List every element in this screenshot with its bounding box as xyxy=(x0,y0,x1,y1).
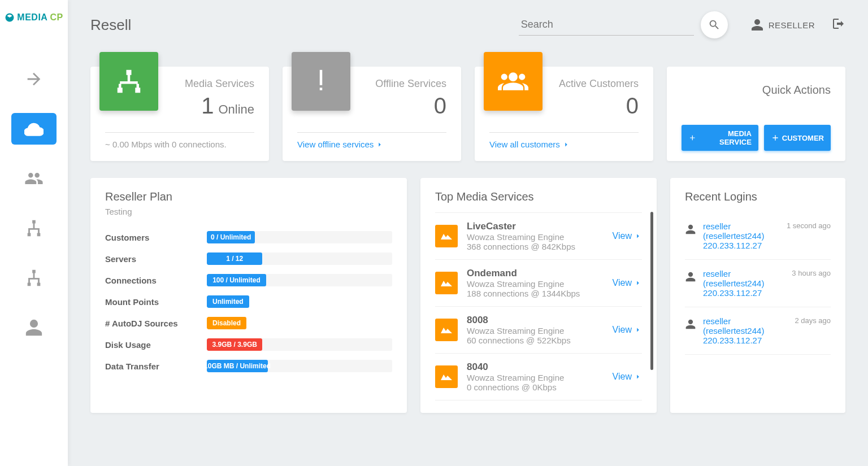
chevron-right-icon xyxy=(562,141,570,149)
wowza-icon xyxy=(435,319,458,341)
logo[interactable]: MEDIACP xyxy=(0,0,69,35)
logo-icon xyxy=(5,12,15,23)
panel-title: Recent Logins xyxy=(685,190,831,203)
view-customers-link[interactable]: View all customers xyxy=(489,140,639,149)
service-engine: Wowza Streaming Engine xyxy=(467,232,604,242)
view-service-link[interactable]: View xyxy=(613,278,642,288)
service-stats: 0 connections @ 0Kbps xyxy=(467,382,604,392)
panel-subtitle: Testing xyxy=(105,207,392,216)
quick-actions-panel: Quick Actions MEDIA SERVICE CUSTOMER xyxy=(667,67,845,161)
user-icon xyxy=(685,269,696,298)
service-row: Ondemand Wowza Streaming Engine 188 conn… xyxy=(435,260,642,307)
stat-suffix: Online xyxy=(218,102,254,117)
login-account-link[interactable]: (resellertest244) xyxy=(703,278,785,288)
reseller-plan-panel: Reseller Plan Testing Customers 0 / Unli… xyxy=(90,178,407,413)
view-offline-link[interactable]: View offline services xyxy=(297,140,446,149)
chevron-right-icon xyxy=(376,141,384,149)
login-ip-link[interactable]: 220.233.112.27 xyxy=(703,241,780,250)
service-stats: 60 connections @ 522Kbps xyxy=(467,336,604,345)
stat-value: 0 xyxy=(434,93,446,119)
search-icon xyxy=(708,19,721,31)
view-service-link[interactable]: View xyxy=(613,231,642,241)
plan-row-transfer: Data Transfer 10GB MB / Unlimited xyxy=(105,360,392,372)
search-input[interactable] xyxy=(519,14,694,36)
user-menu[interactable]: RESELLER xyxy=(750,18,815,32)
exclamation-icon xyxy=(292,52,350,111)
login-row: reseller (resellertest244) 220.233.112.2… xyxy=(685,307,831,355)
plus-icon xyxy=(771,133,780,142)
login-user-link[interactable]: reseller xyxy=(703,269,785,278)
logo-text-b: CP xyxy=(50,12,63,23)
user-icon xyxy=(750,18,764,32)
user-label: RESELLER xyxy=(769,20,815,30)
stat-value: 1 xyxy=(201,93,214,119)
chevron-right-icon xyxy=(634,326,642,334)
plan-badge: 1 / 12 xyxy=(207,252,262,265)
panel-title: Reseller Plan xyxy=(105,190,392,203)
service-name: 8008 xyxy=(467,315,604,326)
logo-text-a: MEDIA xyxy=(17,12,47,23)
login-account-link[interactable]: (resellertest244) xyxy=(703,231,780,241)
sitemap-icon xyxy=(99,52,158,111)
logout-icon xyxy=(832,17,845,31)
view-service-link[interactable]: View xyxy=(613,372,642,382)
plan-row-disk: Disk Usage 3.9GB / 3.9GB xyxy=(105,338,392,351)
login-ip-link[interactable]: 220.233.112.27 xyxy=(703,336,788,345)
chevron-right-icon xyxy=(634,373,642,381)
panel-title: Top Media Services xyxy=(435,190,642,203)
user-icon xyxy=(685,316,696,345)
search-button[interactable] xyxy=(701,11,728,38)
plan-row-servers: Servers 1 / 12 xyxy=(105,252,392,265)
nav-sitemap2-icon[interactable] xyxy=(11,262,57,294)
user-icon xyxy=(685,221,696,250)
stat-offline-services: Offline Services 0 View offline services xyxy=(283,67,461,161)
stat-active-customers: Active Customers 0 View all customers xyxy=(475,67,653,161)
recent-logins-panel: Recent Logins reseller (resellertest244)… xyxy=(670,178,845,413)
stat-value: 0 xyxy=(626,93,639,119)
plan-badge: 10GB MB / Unlimited xyxy=(207,360,268,372)
login-row: reseller (resellertest244) 220.233.112.2… xyxy=(685,212,831,260)
login-user-link[interactable]: reseller xyxy=(703,316,788,326)
service-row: 8008 Wowza Streaming Engine 60 connectio… xyxy=(435,307,642,354)
top-media-services-panel: Top Media Services LiveCaster Wowza Stre… xyxy=(420,178,657,413)
nav-sitemap-icon[interactable] xyxy=(11,212,57,244)
add-customer-button[interactable]: CUSTOMER xyxy=(764,125,831,151)
login-account-link[interactable]: (resellertest244) xyxy=(703,326,788,336)
service-stats: 188 connections @ 1344Kbps xyxy=(467,289,604,298)
plan-row-autodj: # AutoDJ Sources Disabled xyxy=(105,317,392,329)
add-media-service-button[interactable]: MEDIA SERVICE xyxy=(682,125,758,151)
nav-profile-icon[interactable] xyxy=(11,312,57,343)
service-name: LiveCaster xyxy=(467,221,604,232)
plan-badge: 3.9GB / 3.9GB xyxy=(207,338,262,351)
plan-badge: Disabled xyxy=(207,317,246,329)
service-engine: Wowza Streaming Engine xyxy=(467,279,604,289)
view-service-link[interactable]: View xyxy=(613,325,642,335)
login-user-link[interactable]: reseller xyxy=(703,221,780,231)
nav-arrow-icon[interactable] xyxy=(11,63,57,95)
login-row: reseller (resellertest244) 220.233.112.2… xyxy=(685,260,831,307)
service-row: 8040 Wowza Streaming Engine 0 connection… xyxy=(435,354,642,400)
chevron-right-icon xyxy=(634,279,642,287)
quick-actions-title: Quick Actions xyxy=(682,84,831,97)
service-name: 8040 xyxy=(467,362,604,373)
wowza-icon xyxy=(435,225,458,247)
nav-cloud-icon[interactable] xyxy=(11,113,57,145)
logout-button[interactable] xyxy=(832,17,845,33)
chevron-right-icon xyxy=(634,232,642,240)
service-engine: Wowza Streaming Engine xyxy=(467,326,604,336)
plan-badge: 100 / Unlimited xyxy=(207,274,266,286)
nav-customers-icon[interactable] xyxy=(11,163,57,194)
scrollbar[interactable] xyxy=(650,212,653,370)
service-row: LiveCaster Wowza Streaming Engine 368 co… xyxy=(435,213,642,260)
plus-icon xyxy=(688,133,697,142)
login-ip-link[interactable]: 220.233.112.27 xyxy=(703,288,785,298)
service-stats: 368 connections @ 842Kbps xyxy=(467,242,604,251)
service-engine: Wowza Streaming Engine xyxy=(467,373,604,382)
sidebar: MEDIACP xyxy=(0,0,68,466)
users-icon xyxy=(484,52,542,111)
page-title: Resell xyxy=(90,16,131,34)
plan-badge: Unlimited xyxy=(207,295,249,308)
service-name: Ondemand xyxy=(467,268,604,279)
wowza-icon xyxy=(435,272,458,294)
topbar: Resell RESELLER xyxy=(90,11,845,38)
